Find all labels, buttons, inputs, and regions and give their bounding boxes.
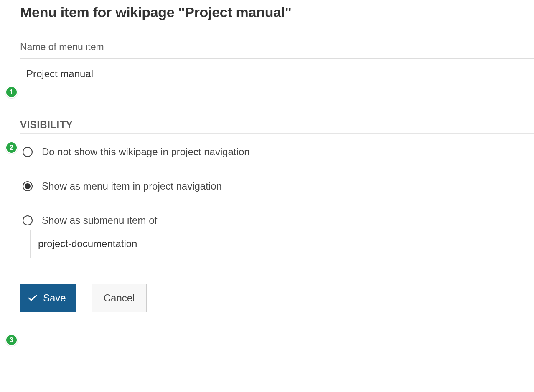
submenu-parent-select[interactable]: project-documentation — [30, 230, 534, 258]
menu-item-name-input[interactable] — [20, 58, 534, 89]
radio-icon — [23, 147, 33, 157]
visibility-option-main[interactable]: Show as menu item in project navigation — [23, 180, 534, 192]
visibility-option-sub[interactable]: Show as submenu item of — [23, 215, 534, 226]
radio-label: Do not show this wikipage in project nav… — [42, 146, 250, 158]
name-field-label: Name of menu item — [20, 41, 534, 53]
step-badge-2: 2 — [5, 142, 18, 154]
select-value: project-documentation — [38, 238, 137, 250]
save-button[interactable]: Save — [20, 284, 76, 312]
radio-label: Show as menu item in project navigation — [42, 180, 222, 192]
section-divider — [20, 133, 534, 134]
cancel-button-label: Cancel — [104, 292, 135, 304]
cancel-button[interactable]: Cancel — [92, 284, 147, 312]
step-badge-3: 3 — [5, 334, 18, 346]
visibility-option-none[interactable]: Do not show this wikipage in project nav… — [23, 146, 534, 158]
page-title: Menu item for wikipage "Project manual" — [20, 4, 534, 20]
radio-icon-selected — [23, 181, 33, 191]
visibility-heading: VISIBILITY — [20, 119, 534, 131]
save-button-label: Save — [43, 292, 66, 304]
radio-label: Show as submenu item of — [42, 215, 157, 226]
radio-icon — [23, 215, 33, 225]
step-badge-1: 1 — [5, 86, 18, 98]
check-icon — [28, 295, 37, 301]
